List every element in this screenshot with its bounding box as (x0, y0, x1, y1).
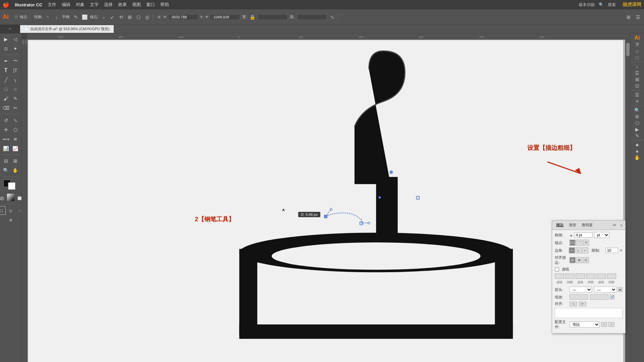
width-tool[interactable]: ⟺ (2, 135, 10, 143)
ellipse-tool[interactable]: ○ (11, 85, 20, 94)
properties-ai-icon[interactable]: Ai (635, 35, 640, 41)
draw-mode-back[interactable]: ◫ (6, 206, 15, 215)
draw-mode-normal[interactable]: ▢ (0, 206, 6, 215)
properties-align-icon[interactable]: ☰ (635, 92, 639, 98)
panels-toggle2[interactable]: ☰ (635, 14, 641, 20)
graph-bar-tool[interactable]: 📊 (2, 144, 10, 153)
select-tool[interactable]: ▶ (2, 35, 10, 44)
type-vertical-tool[interactable]: |T (11, 66, 20, 75)
properties-3d-icon[interactable]: ⬡ (635, 120, 639, 126)
weight-unit-select[interactable]: ptpx (594, 232, 609, 238)
align-arrow-icon1[interactable]: ⊣ (570, 302, 577, 306)
properties-char-icon[interactable]: 字 (635, 42, 639, 48)
cap-butt[interactable]: |—| (570, 240, 576, 246)
curvature-tool[interactable]: 〜 (11, 57, 20, 65)
warp-tool[interactable]: ≋ (11, 135, 20, 143)
document-tab[interactable]: 📄 自由演示文件.ai* @ 918.96% (CMYK/GPU 预览) (20, 25, 114, 33)
properties-circle-icon[interactable]: ○ (636, 49, 638, 54)
properties-export-icon[interactable]: ↑ (636, 64, 638, 69)
color-mode-none[interactable]: ⊘ (0, 194, 6, 202)
anchor-icon5[interactable]: ⬡ (135, 14, 142, 20)
gradient-swatch[interactable] (7, 194, 14, 201)
corner-round[interactable]: ╮ (576, 247, 582, 253)
eraser-tool[interactable]: ⌫ (2, 104, 10, 112)
anchor-icon3[interactable]: ⟲ (118, 14, 124, 20)
properties-spades-icon[interactable]: ♠ (636, 148, 638, 154)
scale-tool[interactable]: ⤡ (11, 116, 20, 125)
menu-window[interactable]: 窗口 (146, 2, 155, 8)
anchor-icon1[interactable]: ⬦ (100, 14, 107, 20)
slice-tool[interactable]: ⊞ (11, 157, 20, 165)
panel-options-icon[interactable]: ≡ (621, 223, 623, 227)
align-outside[interactable]: ⊡ (583, 257, 589, 263)
apple-menu[interactable]: 🍎 (3, 2, 9, 8)
link-scale-btn[interactable]: 🔗 (610, 295, 614, 299)
corner-bevel[interactable]: ⌐ (582, 247, 588, 253)
arc-tool[interactable]: ╮ (11, 75, 20, 84)
arrow-end-select[interactable]: — (594, 287, 616, 293)
artboard-tool[interactable]: ⊟ (2, 157, 10, 165)
line-tool[interactable]: ╱ (2, 75, 10, 84)
properties-play-icon[interactable]: ▶ (635, 127, 639, 132)
hand-tool[interactable]: ✋ (11, 166, 20, 175)
swap-arrows-btn[interactable]: ⇄ (618, 287, 623, 292)
pen-tool[interactable]: ✒ (2, 57, 10, 65)
transform-icon2[interactable]: ↓ (53, 14, 60, 20)
direct-select-tool[interactable]: ◁ (11, 35, 20, 44)
reshape-tool[interactable]: ⬡ (11, 125, 20, 134)
x-input[interactable] (168, 14, 198, 20)
dash1-input[interactable] (555, 274, 564, 279)
panel-menu-icon[interactable]: ≫ (612, 223, 616, 227)
search-label[interactable]: 搜索 (608, 2, 616, 8)
screen-mode[interactable]: ⊞ (6, 216, 15, 224)
properties-brush-icon[interactable]: ✎ (635, 133, 639, 138)
dashed-checkbox[interactable] (555, 267, 559, 272)
gap2-input[interactable] (586, 274, 595, 279)
properties-square-icon[interactable]: □ (636, 55, 638, 60)
properties-hand-icon[interactable]: ✋ (634, 155, 640, 160)
close-side-panel[interactable]: ✕ (8, 27, 11, 31)
weight-up-icon[interactable]: ▲ (570, 233, 573, 237)
zoom-tool[interactable]: 🔍 (2, 166, 10, 175)
align-inside[interactable]: ⊞ (576, 257, 582, 263)
handle-icon2[interactable]: ⬜ (81, 14, 88, 20)
properties-clubs-icon[interactable]: ♣ (636, 142, 639, 147)
properties-fill-icon[interactable]: ⚙ (635, 114, 639, 119)
canvas-area[interactable]: -300 -200 -100 0 100 200 300 400 500 -10… (21, 34, 630, 362)
gap1-input[interactable] (565, 274, 575, 279)
stroke-tab[interactable]: 描边 (555, 222, 565, 228)
app-name-menu[interactable]: Illustrator CC (15, 2, 42, 7)
width-input[interactable] (258, 14, 288, 20)
transform-icon1[interactable]: ↑ (45, 14, 51, 20)
properties-transform-icon[interactable]: ≡ (636, 99, 638, 104)
type-tool[interactable]: T (2, 66, 10, 75)
height-input[interactable] (297, 14, 327, 20)
menu-effects[interactable]: 效果 (118, 2, 127, 8)
magic-wand-tool[interactable]: ✦ (11, 44, 20, 53)
menu-file[interactable]: 文件 (48, 2, 56, 8)
properties-layers-icon[interactable]: ☰ (635, 70, 639, 76)
y-input[interactable] (210, 14, 240, 20)
properties-library-icon[interactable]: ⊡ (635, 83, 639, 88)
scale-end-input[interactable] (590, 294, 608, 300)
menu-help[interactable]: 帮助 (160, 2, 169, 8)
align-arrow-icon2[interactable]: ⊢ (579, 302, 586, 306)
cap-round[interactable]: ⌒ (576, 240, 582, 246)
align-center[interactable]: ⊟ (570, 257, 576, 263)
corner-miter[interactable]: ⌐ (569, 247, 575, 253)
graph-column-tool[interactable]: 📈 (11, 144, 20, 153)
cap-square[interactable]: ⊓ (583, 240, 589, 246)
scale-start-input[interactable] (570, 294, 588, 300)
limit-input[interactable] (605, 248, 618, 253)
pencil-tool[interactable]: ✎ (11, 94, 20, 103)
stroke-color-swatch[interactable] (8, 182, 15, 190)
vertical-scrollbar[interactable] (625, 40, 630, 362)
properties-search-icon[interactable]: 🔍 (634, 108, 640, 113)
menu-object[interactable]: 对象 (76, 2, 85, 8)
menu-select[interactable]: 选择 (104, 2, 113, 8)
properties-artboard-icon[interactable]: ⊞ (635, 77, 639, 82)
puppet-warp-tool[interactable]: ✛ (2, 125, 10, 134)
opacity-tab[interactable]: 透明度 (580, 222, 594, 228)
flip-profile-v[interactable]: ↕ (608, 322, 614, 327)
anchor-icon2[interactable]: ↙ (109, 14, 116, 20)
